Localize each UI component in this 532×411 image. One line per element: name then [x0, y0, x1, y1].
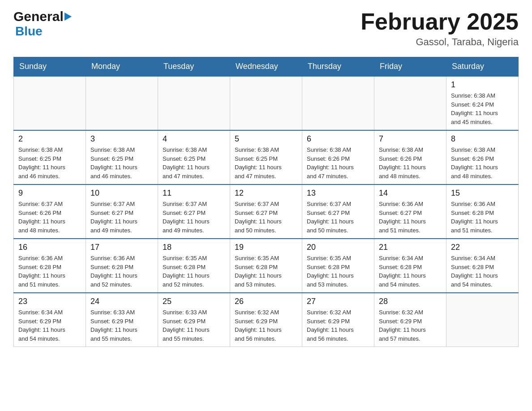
- day-number: 5: [235, 134, 297, 144]
- calendar-cell: 8Sunrise: 6:38 AM Sunset: 6:26 PM Daylig…: [446, 130, 519, 184]
- calendar-cell: 26Sunrise: 6:32 AM Sunset: 6:29 PM Dayli…: [230, 293, 302, 347]
- week-row-5: 23Sunrise: 6:34 AM Sunset: 6:29 PM Dayli…: [14, 293, 519, 347]
- calendar-cell: 15Sunrise: 6:36 AM Sunset: 6:28 PM Dayli…: [446, 184, 519, 239]
- header-row: SundayMondayTuesdayWednesdayThursdayFrid…: [14, 57, 519, 77]
- calendar-cell: [230, 76, 302, 130]
- day-info: Sunrise: 6:34 AM Sunset: 6:28 PM Dayligh…: [379, 254, 442, 289]
- logo-general-g: General: [13, 9, 64, 24]
- day-info: Sunrise: 6:38 AM Sunset: 6:26 PM Dayligh…: [451, 146, 514, 180]
- day-header-tuesday: Tuesday: [158, 57, 230, 77]
- day-info: Sunrise: 6:34 AM Sunset: 6:28 PM Dayligh…: [451, 254, 514, 289]
- location: Gassol, Taraba, Nigeria: [360, 36, 519, 48]
- day-number: 15: [451, 188, 514, 198]
- calendar-cell: 19Sunrise: 6:35 AM Sunset: 6:28 PM Dayli…: [230, 239, 302, 293]
- day-number: 28: [379, 297, 442, 306]
- day-info: Sunrise: 6:38 AM Sunset: 6:26 PM Dayligh…: [379, 146, 442, 180]
- day-info: Sunrise: 6:35 AM Sunset: 6:28 PM Dayligh…: [307, 254, 369, 289]
- week-row-4: 16Sunrise: 6:36 AM Sunset: 6:28 PM Dayli…: [14, 239, 519, 293]
- day-header-friday: Friday: [374, 57, 446, 77]
- calendar-cell: 20Sunrise: 6:35 AM Sunset: 6:28 PM Dayli…: [302, 239, 374, 293]
- day-info: Sunrise: 6:36 AM Sunset: 6:28 PM Dayligh…: [451, 200, 514, 235]
- calendar-cell: [158, 76, 230, 130]
- day-info: Sunrise: 6:35 AM Sunset: 6:28 PM Dayligh…: [235, 254, 297, 289]
- calendar-cell: 2Sunrise: 6:38 AM Sunset: 6:25 PM Daylig…: [14, 130, 86, 184]
- day-number: 12: [235, 188, 297, 198]
- calendar-cell: 25Sunrise: 6:33 AM Sunset: 6:29 PM Dayli…: [158, 293, 230, 347]
- calendar-table: SundayMondayTuesdayWednesdayThursdayFrid…: [13, 57, 519, 347]
- day-number: 4: [163, 134, 225, 144]
- calendar-cell: [302, 76, 374, 130]
- day-info: Sunrise: 6:37 AM Sunset: 6:26 PM Dayligh…: [18, 200, 81, 235]
- day-info: Sunrise: 6:38 AM Sunset: 6:24 PM Dayligh…: [451, 91, 514, 126]
- day-number: 23: [18, 297, 81, 306]
- day-number: 19: [235, 243, 297, 252]
- day-number: 18: [163, 243, 225, 252]
- calendar-cell: [14, 76, 86, 130]
- title-section: February 2025 Gassol, Taraba, Nigeria: [360, 9, 519, 48]
- day-header-saturday: Saturday: [446, 57, 519, 77]
- calendar-cell: 28Sunrise: 6:32 AM Sunset: 6:29 PM Dayli…: [374, 293, 446, 347]
- week-row-1: 1Sunrise: 6:38 AM Sunset: 6:24 PM Daylig…: [14, 76, 519, 130]
- calendar-cell: 3Sunrise: 6:38 AM Sunset: 6:25 PM Daylig…: [86, 130, 158, 184]
- day-info: Sunrise: 6:38 AM Sunset: 6:25 PM Dayligh…: [163, 146, 225, 180]
- calendar-cell: 24Sunrise: 6:33 AM Sunset: 6:29 PM Dayli…: [86, 293, 158, 347]
- day-number: 9: [18, 188, 81, 198]
- day-number: 27: [307, 297, 369, 306]
- calendar-cell: 12Sunrise: 6:37 AM Sunset: 6:27 PM Dayli…: [230, 184, 302, 239]
- logo-flag-icon: [64, 13, 72, 21]
- calendar-cell: 6Sunrise: 6:38 AM Sunset: 6:26 PM Daylig…: [302, 130, 374, 184]
- calendar-cell: 11Sunrise: 6:37 AM Sunset: 6:27 PM Dayli…: [158, 184, 230, 239]
- day-info: Sunrise: 6:38 AM Sunset: 6:26 PM Dayligh…: [307, 146, 369, 180]
- day-header-monday: Monday: [86, 57, 158, 77]
- day-number: 16: [18, 243, 81, 252]
- day-number: 11: [163, 188, 225, 198]
- day-info: Sunrise: 6:38 AM Sunset: 6:25 PM Dayligh…: [235, 146, 297, 180]
- calendar-cell: 7Sunrise: 6:38 AM Sunset: 6:26 PM Daylig…: [374, 130, 446, 184]
- day-info: Sunrise: 6:32 AM Sunset: 6:29 PM Dayligh…: [379, 308, 442, 343]
- day-info: Sunrise: 6:33 AM Sunset: 6:29 PM Dayligh…: [90, 308, 153, 343]
- day-number: 2: [18, 134, 81, 144]
- calendar-cell: 18Sunrise: 6:35 AM Sunset: 6:28 PM Dayli…: [158, 239, 230, 293]
- day-number: 10: [90, 188, 153, 198]
- day-number: 25: [163, 297, 225, 306]
- day-header-wednesday: Wednesday: [230, 57, 302, 77]
- page-header: General Blue February 2025 Gassol, Tarab…: [13, 9, 519, 48]
- calendar-cell: 16Sunrise: 6:36 AM Sunset: 6:28 PM Dayli…: [14, 239, 86, 293]
- calendar-cell: 13Sunrise: 6:37 AM Sunset: 6:27 PM Dayli…: [302, 184, 374, 239]
- day-info: Sunrise: 6:37 AM Sunset: 6:27 PM Dayligh…: [307, 200, 369, 235]
- day-info: Sunrise: 6:38 AM Sunset: 6:25 PM Dayligh…: [18, 146, 81, 180]
- day-number: 22: [451, 243, 514, 252]
- calendar-cell: 5Sunrise: 6:38 AM Sunset: 6:25 PM Daylig…: [230, 130, 302, 184]
- day-info: Sunrise: 6:38 AM Sunset: 6:25 PM Dayligh…: [90, 146, 153, 180]
- week-row-2: 2Sunrise: 6:38 AM Sunset: 6:25 PM Daylig…: [14, 130, 519, 184]
- day-info: Sunrise: 6:32 AM Sunset: 6:29 PM Dayligh…: [235, 308, 297, 343]
- day-number: 13: [307, 188, 369, 198]
- calendar-cell: 21Sunrise: 6:34 AM Sunset: 6:28 PM Dayli…: [374, 239, 446, 293]
- day-info: Sunrise: 6:34 AM Sunset: 6:29 PM Dayligh…: [18, 308, 81, 343]
- calendar-cell: [86, 76, 158, 130]
- day-number: 7: [379, 134, 442, 144]
- calendar-cell: 9Sunrise: 6:37 AM Sunset: 6:26 PM Daylig…: [14, 184, 86, 239]
- logo-blue-text: Blue: [13, 24, 72, 39]
- calendar-cell: 10Sunrise: 6:37 AM Sunset: 6:27 PM Dayli…: [86, 184, 158, 239]
- day-info: Sunrise: 6:36 AM Sunset: 6:27 PM Dayligh…: [379, 200, 442, 235]
- day-header-thursday: Thursday: [302, 57, 374, 77]
- day-header-sunday: Sunday: [14, 57, 86, 77]
- day-info: Sunrise: 6:32 AM Sunset: 6:29 PM Dayligh…: [307, 308, 369, 343]
- day-info: Sunrise: 6:37 AM Sunset: 6:27 PM Dayligh…: [163, 200, 225, 235]
- day-number: 14: [379, 188, 442, 198]
- day-number: 21: [379, 243, 442, 252]
- week-row-3: 9Sunrise: 6:37 AM Sunset: 6:26 PM Daylig…: [14, 184, 519, 239]
- day-number: 8: [451, 134, 514, 144]
- day-info: Sunrise: 6:36 AM Sunset: 6:28 PM Dayligh…: [90, 254, 153, 289]
- calendar-cell: [374, 76, 446, 130]
- day-number: 17: [90, 243, 153, 252]
- day-info: Sunrise: 6:37 AM Sunset: 6:27 PM Dayligh…: [235, 200, 297, 235]
- calendar-cell: 27Sunrise: 6:32 AM Sunset: 6:29 PM Dayli…: [302, 293, 374, 347]
- day-number: 26: [235, 297, 297, 306]
- calendar-cell: 4Sunrise: 6:38 AM Sunset: 6:25 PM Daylig…: [158, 130, 230, 184]
- month-title: February 2025: [360, 9, 519, 34]
- logo: General Blue: [13, 9, 72, 39]
- calendar-cell: 23Sunrise: 6:34 AM Sunset: 6:29 PM Dayli…: [14, 293, 86, 347]
- calendar-cell: 14Sunrise: 6:36 AM Sunset: 6:27 PM Dayli…: [374, 184, 446, 239]
